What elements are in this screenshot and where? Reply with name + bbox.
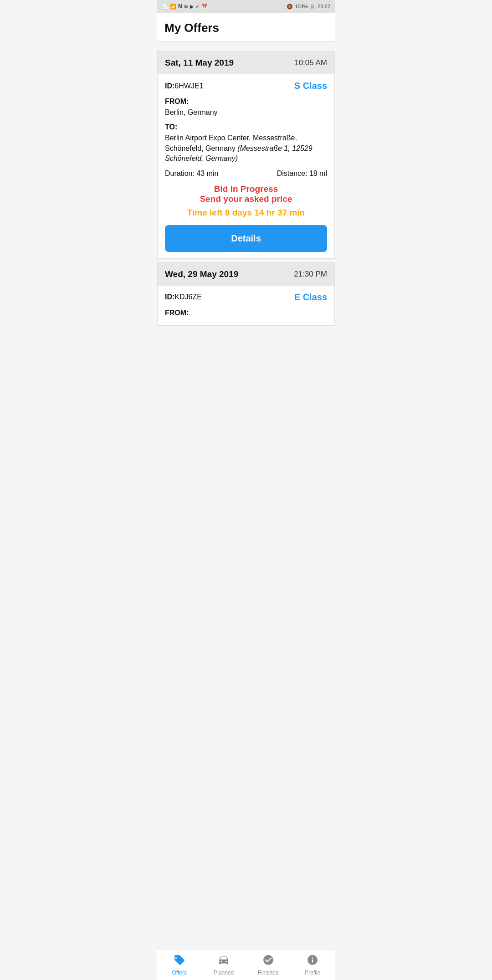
card-header-1: Sat, 11 May 2019 10:05 AM — [158, 51, 334, 74]
battery-percent: 100% — [295, 4, 308, 9]
card-class-2: E Class — [294, 292, 327, 303]
duration-1: Duration: 43 min — [165, 169, 218, 178]
main-content: Sat, 11 May 2019 10:05 AM ID:6HWJE1 S Cl… — [157, 42, 335, 371]
card-header-2: Wed, 29 May 2019 21:30 PM — [158, 263, 334, 286]
card-date-2: Wed, 29 May 2019 — [165, 269, 238, 279]
send-price: Send your asked price — [165, 194, 327, 204]
details-button-1[interactable]: Details — [165, 225, 327, 252]
doc-icon: 📄 — [162, 4, 168, 10]
time-left: Time left 8 days 14 hr 37 min — [165, 208, 327, 218]
play-icon: ▶ — [190, 4, 194, 10]
card-from-label-2: FROM: — [165, 309, 327, 317]
status-icons: 📄 📶 N ✉ ▶ ✓ 📅 — [162, 3, 208, 10]
card-meta-1: Duration: 43 min Distance: 18 ml — [165, 169, 327, 178]
offer-card-2: Wed, 29 May 2019 21:30 PM ID:KDJ6ZE E Cl… — [157, 262, 335, 326]
card-body-2: ID:KDJ6ZE E Class FROM: — [158, 286, 334, 325]
card-body-1: ID:6HWJE1 S Class FROM: Berlin, Germany … — [158, 74, 334, 258]
mute-icon: 🔕 — [287, 4, 293, 10]
card-from-label-1: FROM: — [165, 97, 327, 106]
card-id-1: ID:6HWJE1 — [165, 82, 203, 90]
card-time-2: 21:30 PM — [294, 270, 327, 279]
offer-card-1: Sat, 11 May 2019 10:05 AM ID:6HWJE1 S Cl… — [157, 51, 335, 259]
card-class-1: S Class — [294, 81, 327, 91]
check-icon: ✓ — [195, 4, 200, 10]
battery-icon: 🔋 — [309, 4, 316, 10]
distance-1: Distance: 18 ml — [277, 169, 327, 178]
mail-icon: ✉ — [184, 4, 188, 10]
card-id-2: ID:KDJ6ZE — [165, 293, 202, 301]
status-right: 🔕 100% 🔋 20:27 — [287, 4, 330, 10]
bid-in-progress: Bid In Progress — [165, 184, 327, 194]
page-title: My Offers — [164, 21, 328, 35]
card-status-1: Bid In Progress Send your asked price Ti… — [165, 184, 327, 218]
card-to-label-1: TO: — [165, 123, 327, 131]
card-time-1: 10:05 AM — [294, 58, 327, 67]
clock: 20:27 — [318, 4, 330, 9]
nfc-icon: N — [178, 3, 182, 10]
app-header: My Offers — [157, 13, 335, 42]
card-from-value-1: Berlin, Germany — [165, 108, 327, 118]
card-id-row-1: ID:6HWJE1 S Class — [165, 81, 327, 91]
card-to-value-1: Berlin Airport Expo Center, Messestraße,… — [165, 133, 327, 164]
card-date-1: Sat, 11 May 2019 — [165, 58, 234, 68]
card-id-row-2: ID:KDJ6ZE E Class — [165, 292, 327, 303]
wifi-icon: 📶 — [170, 4, 176, 10]
calendar-icon: 📅 — [201, 4, 208, 10]
status-bar: 📄 📶 N ✉ ▶ ✓ 📅 🔕 100% 🔋 20:27 — [157, 0, 335, 13]
